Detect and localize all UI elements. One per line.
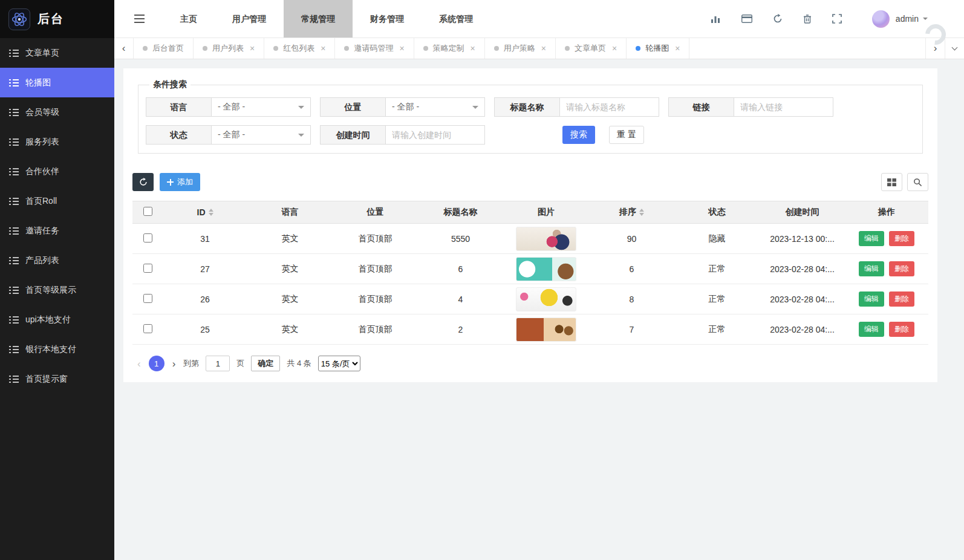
page-size-select[interactable]: 15 条/页 <box>318 356 360 371</box>
nav-item-system-management[interactable]: 系统管理 <box>422 0 490 37</box>
banner-thumbnail[interactable] <box>516 317 576 342</box>
nav-item-user-management[interactable]: 用户管理 <box>215 0 284 37</box>
search-button[interactable]: 搜索 <box>562 126 595 144</box>
nav-item-finance-management[interactable]: 财务管理 <box>353 0 422 37</box>
delete-button[interactable]: 删除 <box>889 291 914 307</box>
tab-strategy-custom[interactable]: 策略定制× <box>414 38 485 59</box>
row-checkbox[interactable] <box>143 233 152 243</box>
search-toggle-button[interactable] <box>907 173 928 191</box>
banner-thumbnail[interactable] <box>516 287 576 311</box>
next-page-button[interactable]: › <box>171 359 177 369</box>
close-icon[interactable]: × <box>250 44 255 53</box>
sidebar-item-service-list[interactable]: 服务列表 <box>0 127 114 157</box>
toggle-columns-button[interactable] <box>881 173 902 191</box>
close-icon[interactable]: × <box>399 44 404 53</box>
tab-article-page[interactable]: 文章单页× <box>556 38 627 59</box>
sidebar-item-invite-task[interactable]: 邀请任务 <box>0 216 114 246</box>
nav-item-general-management[interactable]: 常规管理 <box>284 0 353 37</box>
refresh-button[interactable] <box>132 173 154 191</box>
close-icon[interactable]: × <box>612 44 617 53</box>
cell-position: 首页顶部 <box>333 224 418 254</box>
row-checkbox[interactable] <box>143 294 152 303</box>
cell-status: 正常 <box>674 314 760 345</box>
trash-icon[interactable] <box>803 14 812 24</box>
nav-item-home[interactable]: 主页 <box>163 0 215 37</box>
title-input[interactable] <box>559 97 659 117</box>
close-icon[interactable]: × <box>321 44 325 53</box>
tab-invite-code[interactable]: 邀请码管理× <box>335 38 414 59</box>
current-page-button[interactable]: 1 <box>149 356 164 371</box>
fullscreen-icon[interactable] <box>832 14 842 24</box>
banner-thumbnail[interactable] <box>516 227 576 251</box>
col-header-sort[interactable]: 排序 <box>589 201 674 224</box>
sidebar-item-home-roll[interactable]: 首页Roll <box>0 186 114 216</box>
card-icon[interactable] <box>741 15 752 23</box>
cell-id: 25 <box>163 314 247 345</box>
search-row-1: 语言 - 全部 - 位置 - 全部 - 标题名称 链接 <box>146 97 915 117</box>
sidebar-item-product-list[interactable]: 产品列表 <box>0 246 114 275</box>
edit-button[interactable]: 编辑 <box>859 291 884 307</box>
avatar[interactable] <box>872 10 890 28</box>
edit-button[interactable]: 编辑 <box>859 322 884 337</box>
list-icon <box>9 168 19 175</box>
list-icon <box>9 109 19 116</box>
prev-page-button[interactable]: ‹ <box>136 359 142 369</box>
edit-button[interactable]: 编辑 <box>859 231 884 246</box>
refresh-icon[interactable] <box>773 14 783 24</box>
sidebar-item-upi-local-pay[interactable]: upi本地支付 <box>0 305 114 334</box>
edit-button[interactable]: 编辑 <box>859 261 884 276</box>
status-select[interactable]: - 全部 - <box>211 125 311 145</box>
sidebar-item-home-popup[interactable]: 首页提示窗 <box>0 364 114 394</box>
position-select[interactable]: - 全部 - <box>385 97 485 117</box>
sidebar-item-partners[interactable]: 合作伙伴 <box>0 157 114 186</box>
col-header-language: 语言 <box>247 201 333 224</box>
create-time-input[interactable] <box>385 125 485 145</box>
user-menu[interactable]: admin <box>896 14 928 24</box>
goto-page-input[interactable] <box>206 356 230 371</box>
select-all-checkbox[interactable] <box>143 207 152 216</box>
delete-button[interactable]: 删除 <box>889 322 914 337</box>
link-input[interactable] <box>734 97 833 117</box>
sidebar-item-bank-local-pay[interactable]: 银行本地支付 <box>0 334 114 364</box>
language-select[interactable]: - 全部 - <box>211 97 311 117</box>
tabbar-right: › <box>925 38 964 59</box>
delete-button[interactable]: 删除 <box>889 231 914 246</box>
tab-banner[interactable]: 轮播图× <box>627 38 689 59</box>
tabs-scroll-right-button[interactable]: › <box>925 38 945 59</box>
sidebar-item-label: upi本地支付 <box>25 314 71 325</box>
cell-status: 隐藏 <box>674 224 760 254</box>
tabs-scroll-left-button[interactable]: ‹ <box>114 38 134 59</box>
confirm-page-button[interactable]: 确定 <box>251 356 280 371</box>
chevron-right-icon: › <box>934 42 937 54</box>
tab-dashboard[interactable]: 后台首页 <box>134 38 194 59</box>
tabs-dropdown-button[interactable] <box>945 38 964 59</box>
table-row: 31 英文 首页顶部 5550 90 隐藏 2023-12-13 00:... … <box>132 224 928 254</box>
reset-button[interactable]: 重 置 <box>609 126 644 144</box>
sidebar-item-home-level-display[interactable]: 首页等级展示 <box>0 275 114 305</box>
banner-thumbnail[interactable] <box>516 257 576 281</box>
row-checkbox[interactable] <box>143 324 152 333</box>
add-button[interactable]: 添加 <box>160 173 200 191</box>
tab-label: 用户列表 <box>212 43 244 54</box>
sidebar-item-article-page[interactable]: 文章单页 <box>0 38 114 68</box>
sidebar-item-label: 轮播图 <box>25 77 51 88</box>
tab-user-list[interactable]: 用户列表× <box>194 38 264 59</box>
menu-toggle-icon[interactable] <box>134 18 145 19</box>
sidebar-item-banner[interactable]: 轮播图 <box>0 68 114 97</box>
tab-user-strategy[interactable]: 用户策略× <box>485 38 556 59</box>
cell-language: 英文 <box>247 224 333 254</box>
close-icon[interactable]: × <box>471 44 475 53</box>
sidebar-item-label: 会员等级 <box>25 107 59 118</box>
close-icon[interactable]: × <box>541 44 546 53</box>
cell-title: 5550 <box>418 224 503 254</box>
tab-redpacket-list[interactable]: 红包列表× <box>264 38 335 59</box>
col-header-id[interactable]: ID <box>163 201 247 224</box>
sidebar-item-label: 银行本地支付 <box>25 344 76 355</box>
list-icon <box>9 79 19 86</box>
delete-button[interactable]: 删除 <box>889 261 914 276</box>
tab-label: 红包列表 <box>283 43 314 54</box>
close-icon[interactable]: × <box>675 44 680 53</box>
chart-icon[interactable] <box>711 15 721 24</box>
sidebar-item-member-level[interactable]: 会员等级 <box>0 97 114 127</box>
row-checkbox[interactable] <box>143 264 152 273</box>
